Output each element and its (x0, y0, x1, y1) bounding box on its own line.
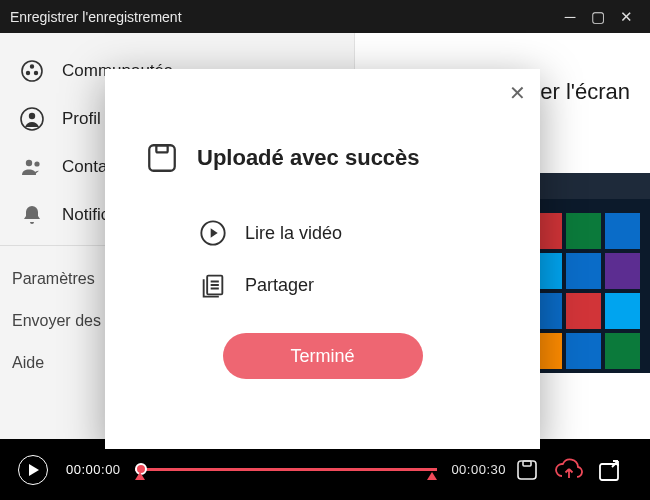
minimize-button[interactable]: ─ (556, 8, 584, 25)
title-bar: Enregistrer l'enregistrement ─ ▢ ✕ (0, 0, 650, 33)
trim-end-marker[interactable] (427, 472, 437, 480)
play-button[interactable] (18, 455, 48, 485)
svg-rect-12 (518, 461, 536, 479)
close-modal-button[interactable]: ✕ (509, 81, 526, 105)
close-window-button[interactable]: ✕ (612, 8, 640, 26)
svg-point-3 (35, 72, 38, 75)
save-disk-icon (145, 141, 179, 175)
seek-track[interactable] (135, 468, 438, 471)
document-icon (199, 271, 227, 299)
play-circle-icon (199, 219, 227, 247)
sidebar-item-label: Paramètres (12, 270, 95, 287)
save-disk-icon (515, 458, 539, 482)
svg-rect-13 (523, 461, 531, 466)
save-button[interactable] (506, 458, 548, 482)
bell-icon (20, 203, 44, 227)
profile-icon (20, 107, 44, 131)
contacts-icon (20, 155, 44, 179)
svg-point-0 (22, 61, 42, 81)
window-title: Enregistrer l'enregistrement (10, 9, 182, 25)
sidebar-item-label: Aide (12, 354, 44, 371)
maximize-button[interactable]: ▢ (584, 8, 612, 26)
page-title: er l'écran (540, 79, 630, 105)
svg-point-1 (31, 65, 34, 68)
communities-icon (20, 59, 44, 83)
upload-success-modal: ✕ Uploadé avec succès Lire la vidéo Part… (105, 69, 540, 449)
share-button[interactable] (590, 458, 632, 482)
share-arrow-icon (598, 458, 624, 482)
sidebar-item-label: Profil (62, 109, 101, 129)
play-icon (28, 464, 39, 476)
svg-point-5 (29, 113, 35, 119)
action-label: Lire la vidéo (245, 223, 342, 244)
done-button[interactable]: Terminé (223, 333, 423, 379)
svg-point-2 (27, 72, 30, 75)
total-time: 00:00:30 (451, 462, 506, 477)
svg-rect-9 (156, 145, 167, 152)
svg-point-7 (34, 161, 39, 166)
svg-rect-8 (149, 145, 175, 171)
modal-title: Uploadé avec succès (197, 145, 420, 171)
play-video-action[interactable]: Lire la vidéo (199, 219, 500, 247)
share-action[interactable]: Partager (199, 271, 500, 299)
trim-start-marker[interactable] (135, 472, 145, 480)
action-label: Partager (245, 275, 314, 296)
current-time: 00:00:00 (66, 462, 121, 477)
svg-point-6 (26, 160, 32, 166)
svg-rect-14 (600, 464, 618, 480)
cloud-upload-icon (554, 458, 584, 482)
upload-button[interactable] (548, 458, 590, 482)
